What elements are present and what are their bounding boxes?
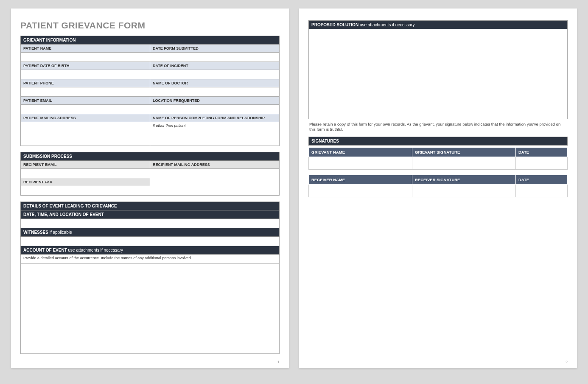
details-table: DETAILS OF EVENT LEADING TO GRIEVANCE DA… [20, 202, 280, 354]
submission-table: SUBMISSION PROCESS RECIPIENT EMAIL RECIP… [20, 152, 280, 196]
label-receiver-date: DATE [516, 175, 568, 184]
disclaimer-text: Please retain a copy of this form for yo… [308, 119, 568, 137]
details-header: DETAILS OF EVENT LEADING TO GRIEVANCE [21, 202, 280, 210]
label-datetime: DATE, TIME, AND LOCATION OF EVENT [21, 210, 280, 219]
label-doctor: NAME OF DOCTOR [150, 79, 280, 87]
input-location[interactable] [150, 105, 280, 114]
solution-header: PROPOSED SOLUTION use attachments if nec… [309, 21, 568, 29]
input-rec-email[interactable] [21, 169, 150, 178]
page-2: PROPOSED SOLUTION use attachments if nec… [299, 8, 577, 368]
grievant-info-table: GRIEVANT INFORMATION PATIENT NAME DATE F… [20, 36, 280, 146]
label-receiver-name: RECEIVER NAME [309, 175, 412, 184]
label-email: PATIENT EMAIL [21, 97, 150, 105]
page-1: PATIENT GRIEVANCE FORM GRIEVANT INFORMAT… [11, 8, 289, 368]
label-grievant-name: GRIEVANT NAME [309, 147, 412, 157]
if-other-note: If other than patient: [153, 123, 187, 128]
input-solution[interactable] [309, 29, 568, 119]
page-number-2: 2 [566, 360, 568, 364]
page-number-1: 1 [277, 360, 280, 364]
input-rec-fax[interactable] [21, 186, 150, 196]
grievant-sig-table: GRIEVANT NAME GRIEVANT SIGNATURE DATE [308, 147, 568, 170]
input-doctor[interactable] [150, 87, 280, 97]
signatures-table: SIGNATURES [308, 137, 568, 146]
input-dob[interactable] [21, 70, 150, 79]
label-date-incident: DATE OF INCIDENT [150, 62, 280, 70]
label-location: LOCATION FREQUENTED [150, 97, 280, 105]
input-grievant-sig[interactable] [412, 157, 516, 169]
input-account[interactable] [21, 264, 280, 354]
input-datetime[interactable] [21, 219, 280, 228]
submission-header: SUBMISSION PROCESS [21, 152, 280, 161]
account-instruction: Provide a detailed account of the occurr… [21, 255, 280, 264]
label-completing: NAME OF PERSON COMPLETING FORM AND RELAT… [150, 114, 280, 122]
label-rec-fax: RECIPIENT FAX [21, 178, 150, 186]
label-date-submitted: DATE FORM SUBMITTED [150, 45, 280, 53]
label-grievant-sig: GRIEVANT SIGNATURE [412, 147, 516, 157]
label-dob: PATIENT DATE OF BIRTH [21, 62, 150, 70]
input-phone[interactable] [21, 87, 150, 97]
grievant-info-header: GRIEVANT INFORMATION [21, 36, 280, 45]
input-email[interactable] [21, 105, 150, 114]
label-phone: PATIENT PHONE [21, 79, 150, 87]
label-receiver-sig: RECEIVER SIGNATURE [412, 175, 516, 184]
input-receiver-sig[interactable] [412, 184, 516, 197]
input-completing[interactable]: If other than patient: [150, 122, 280, 146]
label-grievant-date: DATE [516, 147, 568, 157]
receiver-sig-table: RECEIVER NAME RECEIVER SIGNATURE DATE [308, 175, 568, 197]
form-title: PATIENT GRIEVANCE FORM [20, 20, 280, 31]
input-receiver-name[interactable] [309, 184, 412, 197]
solution-table: PROPOSED SOLUTION use attachments if nec… [308, 20, 568, 119]
input-grievant-name[interactable] [309, 157, 412, 169]
label-witnesses: WITNESSES if applicable [21, 228, 280, 237]
input-patient-name[interactable] [21, 53, 150, 62]
input-mailing[interactable] [21, 122, 150, 146]
input-grievant-date[interactable] [516, 157, 568, 169]
input-rec-mail[interactable] [150, 169, 280, 196]
input-date-submitted[interactable] [150, 53, 280, 62]
input-receiver-date[interactable] [516, 184, 568, 197]
label-patient-name: PATIENT NAME [21, 45, 150, 53]
signatures-header: SIGNATURES [309, 137, 568, 145]
label-mailing: PATIENT MAILING ADDRESS [21, 114, 150, 122]
label-account: ACCOUNT OF EVENT use attachments if nece… [21, 246, 280, 255]
label-rec-email: RECIPIENT EMAIL [21, 161, 150, 169]
label-rec-mail: RECIPIENT MAILING ADDRESS [150, 161, 280, 169]
input-date-incident[interactable] [150, 70, 280, 79]
input-witnesses[interactable] [21, 237, 280, 246]
